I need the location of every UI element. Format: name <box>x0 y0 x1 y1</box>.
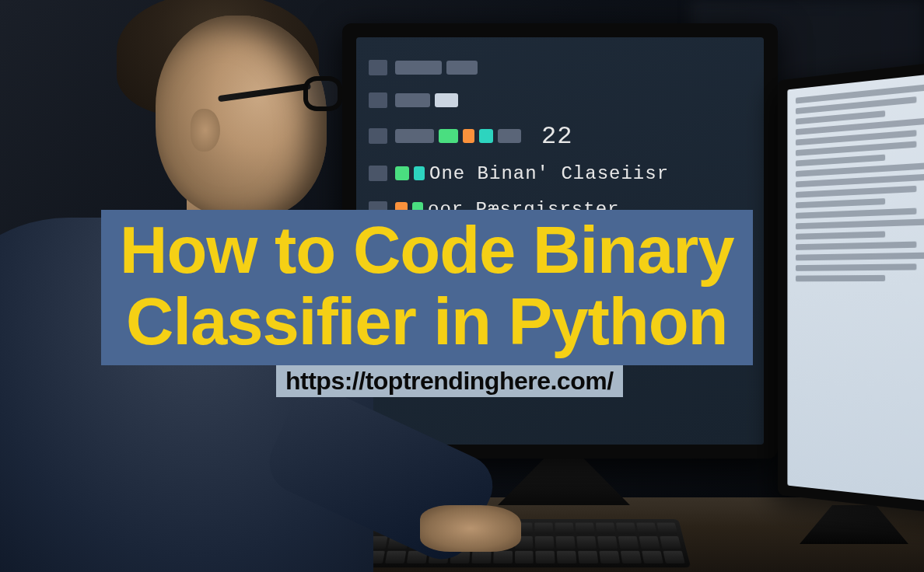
url-banner: https://toptrendinghere.com/ <box>276 365 623 397</box>
secondary-monitor <box>778 58 924 517</box>
url-text: https://toptrendinghere.com/ <box>285 367 614 395</box>
title-line-1: How to Code Binary <box>120 214 734 286</box>
title-line-2: Classifier in Python <box>120 286 734 358</box>
secondary-monitor-screen <box>787 72 924 504</box>
code-text-line-1: One Binan' Claseiisr <box>429 163 669 184</box>
monitor-stand <box>498 459 630 505</box>
thumbnail-scene: 22 One Binan' Claseiisr oor Pæsrgisrster <box>0 0 924 572</box>
title-banner: How to Code Binary Classifier in Python <box>101 210 753 365</box>
code-number-text: 22 <box>541 122 572 151</box>
